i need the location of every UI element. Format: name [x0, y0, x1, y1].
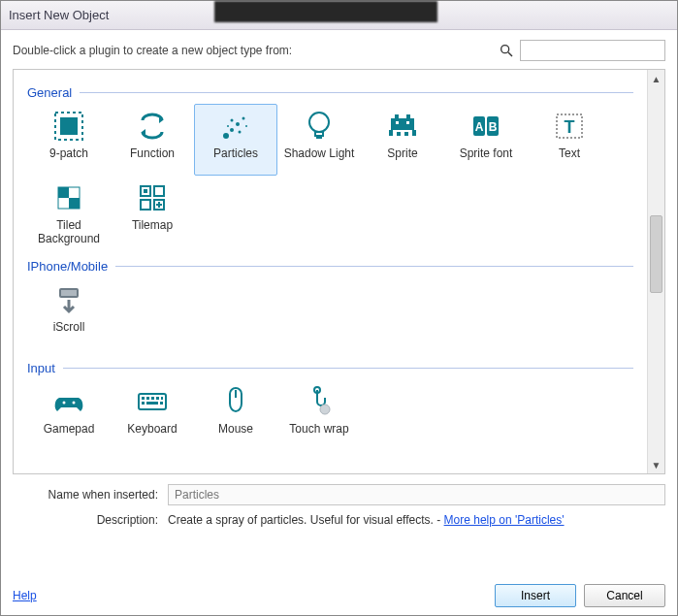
plugin-list: General 9-patch Function — [14, 70, 647, 473]
titlebar[interactable]: Insert New Object — [1, 1, 677, 30]
svg-text:T: T — [565, 117, 575, 137]
svg-point-9 — [239, 131, 242, 134]
description-help-link[interactable]: More help on 'Particles' — [444, 513, 565, 527]
svg-rect-44 — [142, 397, 145, 400]
svg-point-11 — [227, 125, 229, 127]
svg-rect-46 — [151, 397, 154, 400]
divider — [63, 368, 633, 369]
search-area — [499, 40, 665, 61]
svg-point-5 — [230, 128, 234, 132]
svg-rect-50 — [146, 402, 158, 405]
plugin-sprite[interactable]: Sprite — [361, 104, 444, 176]
group-title: IPhone/Mobile — [27, 259, 108, 274]
svg-point-8 — [231, 119, 234, 122]
plugin-list-panel: General 9-patch Function — [13, 69, 665, 474]
scroll-down-icon[interactable]: ▼ — [648, 456, 664, 473]
plugin-label: Gamepad — [44, 423, 95, 437]
description-label: Description: — [13, 513, 158, 527]
plugin-tiled-background[interactable]: Tiled Background — [27, 176, 111, 247]
svg-rect-34 — [154, 186, 164, 196]
svg-point-42 — [73, 402, 76, 405]
svg-rect-19 — [397, 132, 401, 136]
svg-rect-30 — [58, 187, 69, 198]
svg-rect-16 — [406, 114, 410, 118]
plugin-label: Touch wrap — [289, 423, 348, 437]
svg-rect-17 — [389, 130, 393, 136]
svg-rect-40 — [61, 290, 77, 296]
plugin-label: Sprite — [387, 147, 417, 161]
group-header-input: Input — [27, 361, 633, 375]
svg-text:B: B — [489, 120, 498, 134]
svg-rect-15 — [395, 114, 399, 118]
scroll-up-icon[interactable]: ▲ — [648, 70, 664, 87]
plugin-label: 9-patch — [49, 147, 88, 161]
description-text: Create a spray of particles. Useful for … — [168, 513, 565, 527]
svg-rect-47 — [156, 397, 159, 400]
plugin-touch-wrap[interactable]: Touch wrap — [277, 379, 361, 451]
svg-rect-3 — [60, 117, 78, 135]
plugin-label: Particles — [213, 147, 258, 161]
svg-rect-49 — [142, 402, 145, 405]
window-title: Insert New Object — [9, 8, 109, 22]
svg-rect-51 — [160, 402, 163, 405]
scrollbar[interactable]: ▲ ▼ — [647, 70, 664, 473]
svg-point-7 — [242, 117, 245, 120]
cancel-button[interactable]: Cancel — [584, 584, 665, 607]
svg-rect-22 — [406, 121, 409, 124]
plugin-label: Function — [130, 147, 175, 161]
group-header-iphone: IPhone/Mobile — [27, 259, 633, 274]
group-title: General — [27, 85, 72, 100]
description-body: Create a spray of particles. Useful for … — [168, 513, 444, 527]
svg-rect-35 — [141, 200, 150, 210]
plugin-mouse[interactable]: Mouse — [194, 379, 277, 451]
plugin-keyboard[interactable]: Keyboard — [111, 379, 194, 451]
svg-point-6 — [236, 122, 240, 126]
svg-rect-31 — [69, 198, 80, 209]
plugin-label: iScroll — [53, 321, 85, 335]
plugin-label: Mouse — [218, 423, 253, 437]
plugin-9-patch[interactable]: 9-patch — [27, 104, 111, 176]
svg-rect-33 — [144, 189, 147, 193]
plugin-function[interactable]: Function — [111, 104, 194, 176]
plugin-iscroll[interactable]: iScroll — [27, 277, 111, 349]
plugin-text[interactable]: T Text — [528, 104, 611, 176]
divider — [80, 92, 633, 93]
plugin-label: Tilemap — [132, 219, 173, 233]
instruction-label: Double-click a plugin to create a new ob… — [13, 44, 292, 57]
scroll-thumb[interactable] — [650, 215, 662, 293]
svg-rect-12 — [315, 132, 323, 136]
svg-rect-18 — [412, 130, 416, 136]
plugin-label: Sprite font — [460, 147, 513, 161]
svg-rect-14 — [391, 118, 414, 130]
svg-rect-45 — [146, 397, 149, 400]
plugin-label: Shadow Light — [284, 147, 355, 161]
name-input[interactable] — [168, 484, 665, 505]
decoration — [214, 1, 437, 22]
svg-point-41 — [63, 402, 66, 405]
svg-point-0 — [501, 46, 509, 53]
name-label: Name when inserted: — [13, 488, 158, 502]
help-link[interactable]: Help — [13, 589, 37, 602]
plugin-gamepad[interactable]: Gamepad — [27, 379, 111, 451]
svg-rect-20 — [404, 132, 408, 136]
svg-point-4 — [223, 133, 229, 139]
group-header-general: General — [27, 85, 633, 100]
svg-rect-21 — [396, 121, 399, 124]
plugin-particles[interactable]: Particles — [194, 104, 277, 176]
svg-point-10 — [245, 125, 247, 127]
plugin-label: Tiled Background — [38, 219, 100, 246]
group-title: Input — [27, 361, 55, 375]
plugin-sprite-font[interactable]: AB Sprite font — [444, 104, 528, 176]
dialog: Insert New Object Double-click a plugin … — [0, 0, 678, 616]
plugin-label: Keyboard — [127, 423, 177, 437]
search-icon[interactable] — [499, 43, 514, 58]
plugin-label: Text — [559, 147, 580, 161]
plugin-shadow-light[interactable]: Shadow Light — [277, 104, 361, 176]
divider — [115, 266, 633, 267]
search-input[interactable] — [520, 40, 665, 61]
svg-rect-48 — [161, 397, 163, 400]
plugin-tilemap[interactable]: Tilemap — [111, 176, 194, 247]
insert-button[interactable]: Insert — [495, 584, 576, 607]
svg-line-1 — [508, 52, 512, 56]
svg-point-54 — [320, 405, 330, 414]
